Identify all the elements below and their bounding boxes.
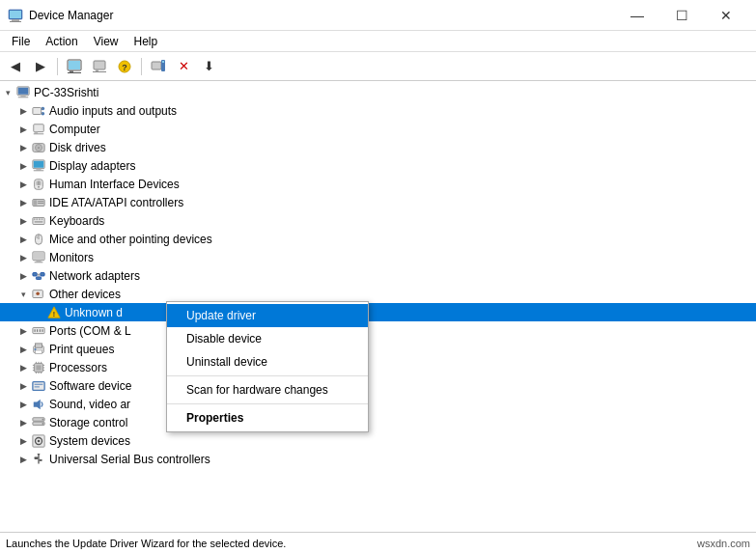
monitors-expander[interactable]: ▶	[15, 250, 31, 265]
toolbar-help[interactable]: ?	[113, 55, 136, 78]
other-icon	[31, 287, 46, 302]
ctx-update-driver[interactable]: Update driver	[167, 304, 368, 327]
monitors-label: Monitors	[49, 251, 94, 264]
storage-expander[interactable]: ▶	[15, 415, 31, 430]
tree-root[interactable]: ▾ PC-33Srishti	[0, 83, 756, 101]
svg-rect-19	[18, 97, 29, 97]
computer-expander[interactable]: ▶	[15, 122, 31, 137]
unknown-label: Unknown d	[65, 306, 123, 319]
toolbar-update-driver[interactable]	[88, 55, 111, 78]
software-label: Software device	[49, 379, 131, 393]
toolbar-properties[interactable]	[63, 55, 86, 78]
device-tree[interactable]: ▾ PC-33Srishti ▶	[0, 81, 756, 532]
usb-expander[interactable]: ▶	[15, 452, 31, 467]
context-menu: Update driver Disable device Uninstall d…	[166, 301, 369, 432]
audio-icon	[31, 103, 46, 119]
system-icon	[31, 433, 46, 449]
toolbar-scan[interactable]	[147, 55, 170, 78]
svg-rect-68	[40, 329, 41, 332]
tree-other[interactable]: ▾ Other devices	[0, 285, 756, 303]
hid-expander[interactable]: ▶	[15, 177, 31, 192]
ctx-scan-changes[interactable]: Scan for hardware changes	[167, 378, 368, 401]
close-button[interactable]: ✕	[704, 0, 748, 31]
tree-processors[interactable]: ▶ Proces	[0, 358, 756, 376]
tree-audio[interactable]: ▶ Audio inputs and outputs	[0, 101, 756, 120]
menu-action[interactable]: Action	[38, 33, 85, 50]
tree-software[interactable]: ▶ Software device	[0, 376, 756, 395]
tree-mice[interactable]: ▶ Mice and other pointing devices	[0, 230, 756, 248]
svg-rect-57	[41, 272, 44, 276]
processors-expander[interactable]: ▶	[15, 360, 31, 375]
tree-monitors[interactable]: ▶ Monitors	[0, 248, 756, 266]
tree-storage[interactable]: ▶ Storage control	[0, 413, 756, 431]
menu-file[interactable]: File	[4, 33, 38, 50]
maximize-button[interactable]: ☐	[659, 0, 704, 31]
computer-label: Computer	[49, 123, 100, 136]
print-expander[interactable]: ▶	[15, 342, 31, 357]
keyboards-expander[interactable]: ▶	[15, 213, 31, 229]
svg-rect-42	[38, 203, 43, 204]
app-icon	[8, 8, 23, 23]
menu-help[interactable]: Help	[126, 33, 166, 50]
tree-sound[interactable]: ▶ Sound, video ar	[0, 395, 756, 413]
tree-unknown[interactable]: ▶ ! Unknown d	[0, 303, 756, 321]
window-title: Device Manager	[29, 9, 615, 22]
ide-expander[interactable]: ▶	[15, 195, 31, 210]
warning-icon: !	[46, 305, 62, 320]
menu-bar: File Action View Help	[0, 31, 756, 52]
svg-rect-27	[34, 133, 44, 134]
system-expander[interactable]: ▶	[15, 433, 31, 449]
software-expander[interactable]: ▶	[15, 378, 31, 394]
mice-expander[interactable]: ▶	[15, 232, 31, 247]
minimize-button[interactable]: —	[615, 0, 659, 31]
svg-point-30	[38, 147, 40, 149]
mouse-icon	[31, 232, 46, 247]
network-label: Network adapters	[49, 269, 140, 283]
display-expander[interactable]: ▶	[15, 158, 31, 174]
ctx-properties[interactable]: Properties	[167, 406, 368, 429]
ctx-uninstall-device[interactable]: Uninstall device	[167, 350, 368, 373]
tree-keyboards[interactable]: ▶ Keyboards	[0, 211, 756, 230]
svg-rect-2	[10, 21, 21, 22]
menu-view[interactable]: View	[86, 33, 126, 50]
toolbar-forward[interactable]: ▶	[29, 55, 52, 78]
svg-rect-75	[36, 365, 41, 370]
tree-print[interactable]: ▶ Print queues	[0, 340, 756, 358]
tree-disk[interactable]: ▶ Disk drives	[0, 138, 756, 156]
sound-expander[interactable]: ▶	[15, 397, 31, 412]
toolbar-back[interactable]: ◀	[4, 55, 27, 78]
other-expander[interactable]: ▾	[15, 287, 31, 302]
svg-rect-40	[34, 200, 38, 205]
tree-ports[interactable]: ▶ Ports (COM & L	[0, 321, 756, 340]
storage-icon	[31, 415, 46, 430]
network-expander[interactable]: ▶	[15, 268, 31, 284]
svg-rect-67	[37, 329, 38, 332]
toolbar-uninstall[interactable]: ✕	[172, 55, 195, 78]
ctx-disable-device[interactable]: Disable device	[167, 327, 368, 350]
tree-computer[interactable]: ▶ Computer	[0, 120, 756, 138]
tree-system[interactable]: ▶ System devices	[0, 431, 756, 450]
ports-expander[interactable]: ▶	[15, 323, 31, 339]
svg-rect-66	[35, 329, 36, 332]
svg-rect-15	[162, 61, 164, 63]
tree-ide[interactable]: ▶ IDE ATA/ATAPI controllers	[0, 193, 756, 211]
tree-display[interactable]: ▶ Display adapters	[0, 156, 756, 175]
ports-label: Ports (COM & L	[49, 324, 131, 338]
tree-usb[interactable]: ▶ Universal Serial Bus controllers	[0, 450, 756, 468]
tree-hid[interactable]: ▶ Human Interface Devices	[0, 175, 756, 193]
svg-rect-72	[36, 349, 42, 353]
svg-rect-33	[36, 168, 41, 170]
svg-rect-69	[42, 329, 43, 332]
audio-expander[interactable]: ▶	[15, 103, 31, 119]
tree-network[interactable]: ▶ Network adapters	[0, 266, 756, 285]
root-expander[interactable]: ▾	[0, 85, 15, 100]
toolbar-download[interactable]: ⬇	[197, 55, 220, 78]
toolbar: ◀ ▶ ? ✕ ⬇	[0, 52, 756, 81]
ide-label: IDE ATA/ATAPI controllers	[49, 196, 183, 209]
svg-rect-51	[36, 235, 38, 238]
disk-expander[interactable]: ▶	[15, 140, 31, 155]
usb-label: Universal Serial Bus controllers	[49, 453, 210, 466]
software-icon	[31, 378, 46, 394]
toolbar-sep-2	[141, 58, 142, 75]
svg-rect-48	[35, 221, 43, 223]
